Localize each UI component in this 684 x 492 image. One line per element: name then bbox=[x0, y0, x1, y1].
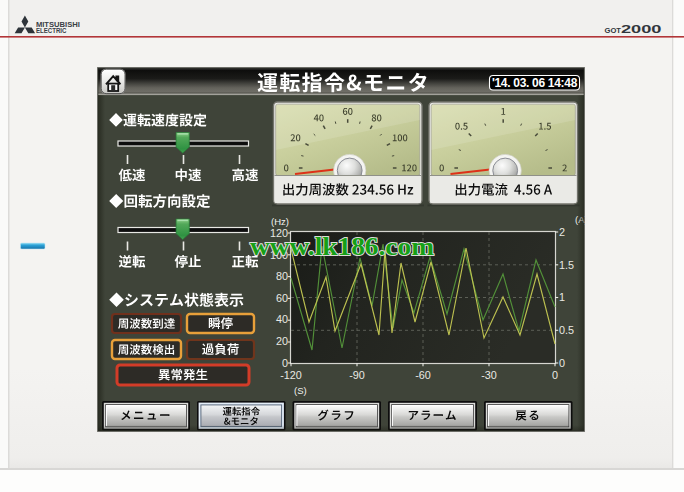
svg-text:www.lk186.com: www.lk186.com bbox=[250, 232, 434, 261]
svg-text:20: 20 bbox=[276, 335, 288, 347]
svg-text:0: 0 bbox=[552, 369, 558, 381]
svg-text:GOT: GOT bbox=[605, 26, 622, 35]
svg-text:0: 0 bbox=[282, 357, 288, 369]
svg-text:40: 40 bbox=[276, 313, 288, 325]
svg-text:-60: -60 bbox=[415, 369, 431, 381]
svg-text:-120: -120 bbox=[280, 369, 302, 381]
svg-text:80: 80 bbox=[276, 270, 288, 282]
svg-text:60: 60 bbox=[276, 292, 288, 304]
svg-text:2: 2 bbox=[559, 226, 565, 238]
svg-text:(S): (S) bbox=[294, 385, 307, 396]
svg-text:(Hz): (Hz) bbox=[271, 216, 289, 227]
svg-text:0: 0 bbox=[559, 357, 565, 369]
svg-text:-30: -30 bbox=[481, 369, 497, 381]
svg-text:2000: 2000 bbox=[621, 24, 662, 35]
svg-text:ELECTRIC: ELECTRIC bbox=[36, 26, 67, 35]
svg-text:0.5: 0.5 bbox=[559, 324, 574, 336]
svg-text:1: 1 bbox=[559, 291, 565, 303]
svg-text:'14. 03. 06 14:48: '14. 03. 06 14:48 bbox=[492, 76, 578, 90]
svg-text:-90: -90 bbox=[349, 369, 365, 381]
svg-text:1.5: 1.5 bbox=[559, 259, 574, 271]
